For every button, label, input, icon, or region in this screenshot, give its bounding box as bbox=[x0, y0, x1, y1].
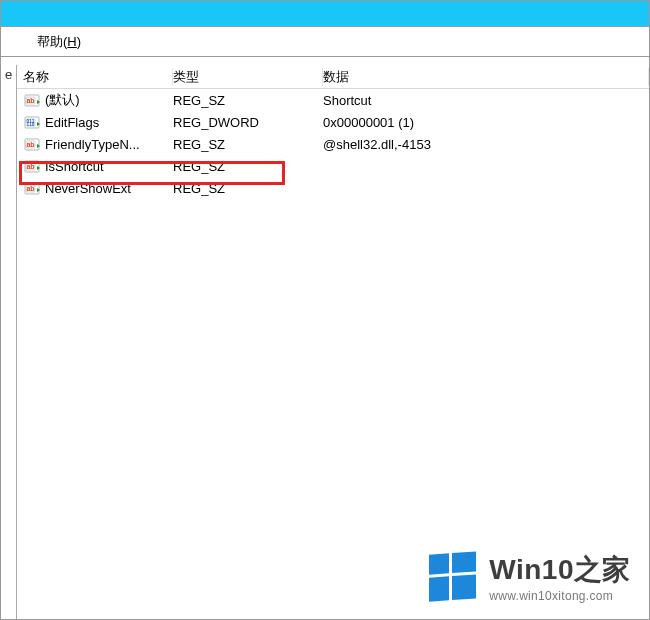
value-data: Shortcut bbox=[323, 93, 649, 108]
menu-item-unknown[interactable] bbox=[9, 38, 25, 46]
menu-item-help[interactable]: 帮助(H) bbox=[29, 29, 89, 55]
value-name: IsShortcut bbox=[45, 159, 104, 174]
value-name: NeverShowExt bbox=[45, 181, 131, 196]
svg-text:ab: ab bbox=[26, 185, 34, 192]
registry-value-row[interactable]: ab (默认) REG_SZ Shortcut bbox=[17, 89, 649, 111]
tree-partial-text: e bbox=[5, 67, 12, 82]
value-type: REG_SZ bbox=[173, 93, 323, 108]
column-name-header[interactable]: 名称 bbox=[23, 68, 173, 86]
menu-help-mnemonic: H bbox=[67, 34, 76, 49]
registry-value-row[interactable]: 011 110 EditFlags REG_DWORD 0x00000001 (… bbox=[17, 111, 649, 133]
reg-string-icon: ab bbox=[23, 92, 41, 108]
value-type: REG_DWORD bbox=[173, 115, 323, 130]
svg-text:110: 110 bbox=[26, 122, 34, 127]
reg-dword-icon: 011 110 bbox=[23, 114, 41, 130]
column-type-header[interactable]: 类型 bbox=[173, 68, 323, 86]
value-data: @shell32.dll,-4153 bbox=[323, 137, 649, 152]
value-name: EditFlags bbox=[45, 115, 99, 130]
content-area: e 名称 类型 数据 bbox=[1, 57, 649, 619]
menu-help-label: 帮助 bbox=[37, 34, 63, 49]
column-data-header[interactable]: 数据 bbox=[323, 68, 649, 86]
values-panel[interactable]: 名称 类型 数据 ab bbox=[17, 65, 649, 619]
value-data: 0x00000001 (1) bbox=[323, 115, 649, 130]
svg-text:ab: ab bbox=[26, 141, 34, 148]
registry-value-row[interactable]: ab FriendlyTypeN... REG_SZ @shell32.dll,… bbox=[17, 133, 649, 155]
value-name: FriendlyTypeN... bbox=[45, 137, 140, 152]
column-header-row[interactable]: 名称 类型 数据 bbox=[17, 65, 649, 89]
value-type: REG_SZ bbox=[173, 181, 323, 196]
svg-text:ab: ab bbox=[26, 97, 34, 104]
reg-string-icon: ab bbox=[23, 158, 41, 174]
window-frame: 帮助(H) e 名称 类型 数据 bbox=[0, 0, 650, 620]
title-bar[interactable] bbox=[1, 1, 649, 27]
registry-value-row[interactable]: ab IsShortcut REG_SZ bbox=[17, 155, 649, 177]
reg-string-icon: ab bbox=[23, 180, 41, 196]
reg-string-icon: ab bbox=[23, 136, 41, 152]
tree-panel[interactable]: e bbox=[1, 65, 17, 619]
value-type: REG_SZ bbox=[173, 137, 323, 152]
registry-value-row[interactable]: ab NeverShowExt REG_SZ bbox=[17, 177, 649, 199]
svg-text:ab: ab bbox=[26, 163, 34, 170]
value-type: REG_SZ bbox=[173, 159, 323, 174]
menu-bar: 帮助(H) bbox=[1, 27, 649, 57]
value-name: (默认) bbox=[45, 91, 80, 109]
